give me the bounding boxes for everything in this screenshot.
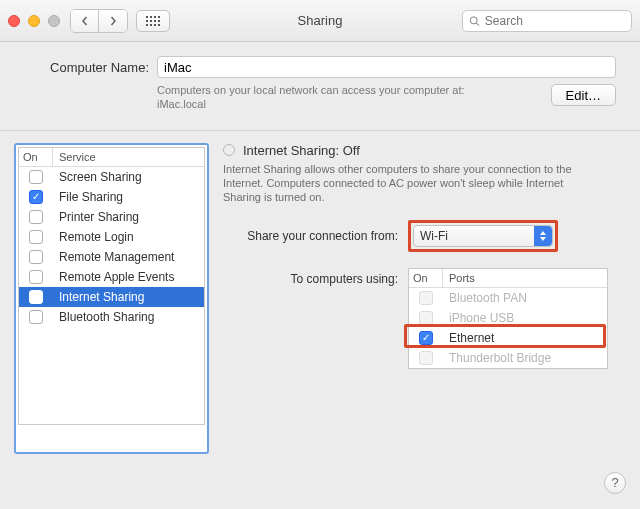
service-list-focus-ring: On Service Screen SharingFile SharingPri… (14, 143, 209, 454)
share-from-popup[interactable]: Wi-Fi (413, 225, 553, 247)
service-list-header: On Service (19, 148, 204, 167)
service-checkbox[interactable] (29, 170, 43, 184)
service-checkbox[interactable] (29, 230, 43, 244)
search-input[interactable] (485, 14, 625, 28)
detail-heading: Internet Sharing: Off (243, 143, 360, 158)
ports-list[interactable]: On Ports Bluetooth PANiPhone USBEthernet… (408, 268, 608, 369)
col-on-header: On (19, 148, 53, 166)
search-icon (469, 15, 480, 27)
forward-button[interactable] (99, 10, 127, 32)
titlebar: Sharing (0, 0, 640, 42)
grid-icon (146, 16, 160, 26)
service-checkbox[interactable] (29, 190, 43, 204)
status-indicator-icon (223, 144, 235, 156)
port-row: Thunderbolt Bridge (409, 348, 607, 368)
port-row: Bluetooth PAN (409, 288, 607, 308)
nav-buttons (70, 9, 128, 33)
to-computers-label: To computers using: (223, 268, 398, 286)
show-all-button[interactable] (136, 10, 170, 32)
computer-name-section: Computer Name: Computers on your local n… (0, 42, 640, 131)
service-label: Remote Login (53, 230, 204, 244)
back-button[interactable] (71, 10, 99, 32)
computer-name-label: Computer Name: (24, 60, 149, 75)
service-detail: Internet Sharing: Off Internet Sharing a… (223, 143, 626, 454)
detail-description: Internet Sharing allows other computers … (223, 162, 603, 205)
port-label: iPhone USB (443, 311, 607, 325)
service-checkbox[interactable] (29, 250, 43, 264)
service-label: Bluetooth Sharing (53, 310, 204, 324)
traffic-lights (8, 15, 60, 27)
chevron-right-icon (108, 16, 118, 26)
port-checkbox (419, 351, 433, 365)
svg-point-0 (470, 16, 477, 23)
service-checkbox[interactable] (29, 310, 43, 324)
ports-col-ports: Ports (443, 269, 607, 287)
ports-col-on: On (409, 269, 443, 287)
service-row[interactable]: Bluetooth Sharing (19, 307, 204, 327)
service-label: Remote Apple Events (53, 270, 204, 284)
port-label: Thunderbolt Bridge (443, 351, 607, 365)
service-label: Screen Sharing (53, 170, 204, 184)
service-row[interactable]: Screen Sharing (19, 167, 204, 187)
port-row[interactable]: Ethernet (409, 328, 607, 348)
computer-name-hint: Computers on your local network can acce… (157, 84, 465, 98)
close-button[interactable] (8, 15, 20, 27)
svg-line-1 (476, 23, 479, 26)
port-row: iPhone USB (409, 308, 607, 328)
service-row[interactable]: Printer Sharing (19, 207, 204, 227)
share-from-label: Share your connection from: (223, 229, 398, 243)
share-from-value: Wi-Fi (420, 229, 448, 243)
ports-header: On Ports (409, 269, 607, 288)
port-label: Ethernet (443, 331, 607, 345)
service-row[interactable]: Remote Apple Events (19, 267, 204, 287)
port-checkbox (419, 291, 433, 305)
search-field[interactable] (462, 10, 632, 32)
service-label: Remote Management (53, 250, 204, 264)
service-checkbox[interactable] (29, 270, 43, 284)
col-service-header: Service (53, 148, 204, 166)
annotation-highlight-share-from: Wi-Fi (408, 220, 558, 252)
service-label: Printer Sharing (53, 210, 204, 224)
service-row[interactable]: File Sharing (19, 187, 204, 207)
service-checkbox[interactable] (29, 210, 43, 224)
popup-arrows-icon (534, 226, 552, 246)
service-row[interactable]: Internet Sharing (19, 287, 204, 307)
service-label: Internet Sharing (53, 290, 204, 304)
service-checkbox[interactable] (29, 290, 43, 304)
computer-name-field[interactable] (157, 56, 616, 78)
chevron-left-icon (80, 16, 90, 26)
help-button[interactable]: ? (604, 472, 626, 494)
service-row[interactable]: Remote Management (19, 247, 204, 267)
zoom-button (48, 15, 60, 27)
minimize-button[interactable] (28, 15, 40, 27)
port-label: Bluetooth PAN (443, 291, 607, 305)
edit-button[interactable]: Edit… (551, 84, 616, 106)
service-row[interactable]: Remote Login (19, 227, 204, 247)
port-checkbox[interactable] (419, 331, 433, 345)
port-checkbox (419, 311, 433, 325)
service-list[interactable]: On Service Screen SharingFile SharingPri… (18, 147, 205, 425)
main-content: On Service Screen SharingFile SharingPri… (0, 131, 640, 504)
computer-name-local: iMac.local (157, 98, 465, 112)
service-label: File Sharing (53, 190, 204, 204)
